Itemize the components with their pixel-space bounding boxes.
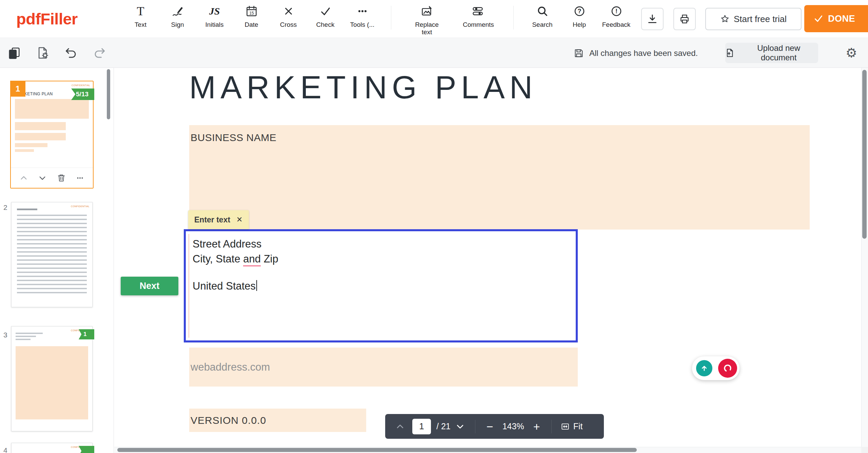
start-free-trial-label: Start free trial — [734, 14, 787, 24]
tool-date[interactable]: 15 Date — [233, 4, 270, 28]
done-label: DONE — [828, 14, 855, 24]
document-settings-button[interactable] — [36, 45, 51, 60]
download-button[interactable] — [641, 8, 664, 30]
zoom-level: 143% — [502, 421, 524, 431]
start-free-trial-button[interactable]: Start free trial — [705, 8, 802, 30]
thumb-content-block — [15, 133, 66, 140]
replace-text-icon — [421, 5, 433, 17]
tool-initials[interactable]: JS Initials — [196, 4, 233, 28]
tool-text[interactable]: T Text — [122, 4, 159, 28]
thumbnail-controls — [11, 168, 93, 188]
more-options-icon — [76, 174, 84, 182]
star-icon — [720, 14, 730, 24]
move-page-down-button[interactable] — [36, 171, 49, 185]
thumb-content-block — [15, 149, 34, 152]
zoom-out-button[interactable]: − — [484, 421, 496, 432]
thumb-content-line — [17, 209, 37, 210]
tool-sign[interactable]: Sign — [159, 4, 196, 28]
page-4-fields-ribbon — [79, 446, 94, 453]
tool-cross-label: Cross — [280, 21, 297, 28]
tool-feedback[interactable]: ! Feedback — [598, 4, 635, 28]
business-name-field[interactable]: BUSINESS NAME — [189, 125, 810, 230]
upload-new-document-label: Upload new document — [739, 43, 818, 62]
panel-scrollbar-thumb[interactable] — [107, 69, 110, 119]
undo-icon — [65, 47, 77, 59]
toolbar-separator — [513, 6, 514, 29]
print-button[interactable] — [673, 8, 696, 30]
top-toolbar: pdfFiller T Text Sign JS Initials — [0, 0, 868, 38]
address-blank-line — [193, 267, 278, 279]
address-text-field-selected[interactable]: Street Address City, State and Zip Unite… — [184, 229, 578, 342]
pager-divider — [551, 420, 552, 433]
version-text: VERSION 0.0.0 — [191, 415, 266, 426]
thumb-content-line — [16, 339, 31, 340]
tool-replace-text[interactable]: Replace text — [401, 4, 452, 36]
close-icon[interactable]: ✕ — [236, 215, 242, 224]
page-more-options-button[interactable] — [73, 171, 87, 185]
field-tooltip-label: Enter text — [194, 215, 230, 224]
trash-icon — [57, 174, 66, 182]
settings-gear-button[interactable]: ⚙ — [843, 45, 860, 60]
tool-tools-label: Tools (... — [350, 21, 375, 28]
web-address-field[interactable]: webaddress.com — [189, 348, 578, 387]
address-text[interactable]: Street Address City, State and Zip Unite… — [193, 237, 278, 294]
page-thumbnails-button[interactable] — [7, 45, 22, 60]
undo-button[interactable] — [63, 45, 78, 60]
done-button[interactable]: DONE — [804, 5, 868, 32]
next-field-button[interactable]: Next — [121, 277, 178, 295]
tool-text-label: Text — [135, 21, 146, 28]
thumbnail-page-2[interactable]: CONFIDENTIAL — [11, 202, 93, 307]
horizontal-scrollbar-thumb[interactable] — [117, 448, 637, 452]
upload-new-document-button[interactable]: Upload new document — [725, 43, 818, 63]
initials-tool-icon: JS — [209, 6, 220, 16]
toolbar-tools: T Text Sign JS Initials — [122, 0, 635, 38]
text-cursor — [256, 280, 257, 291]
delete-page-button[interactable] — [55, 171, 68, 185]
document-canvas: MARKETING PLAN BUSINESS NAME Enter text … — [114, 68, 861, 447]
calendar-icon: 15 — [245, 5, 258, 17]
tool-check[interactable]: Check — [307, 4, 344, 28]
pager-divider — [475, 420, 475, 433]
page-toolbar: / 21 − 143% + Fit — [385, 414, 604, 439]
fit-button[interactable]: Fit — [560, 421, 583, 431]
address-line-2: City, State and Zip — [193, 252, 278, 267]
signature-pen-icon — [172, 5, 184, 17]
tool-cross[interactable]: Cross — [270, 4, 307, 28]
gear-icon: ⚙ — [846, 45, 857, 60]
document-gear-icon — [37, 46, 50, 59]
tool-search[interactable]: Search — [524, 4, 561, 28]
tool-tools-more[interactable]: Tools (... — [344, 4, 381, 28]
field-tooltip: Enter text ✕ — [188, 210, 249, 229]
page-number-input[interactable] — [412, 419, 431, 434]
tool-check-label: Check — [316, 21, 335, 28]
svg-text:15: 15 — [249, 11, 254, 16]
redo-button[interactable] — [92, 45, 107, 60]
ring-mark-icon — [722, 362, 733, 374]
previous-page-button[interactable] — [394, 420, 406, 433]
tool-help-label: Help — [573, 21, 586, 28]
next-page-button[interactable] — [454, 420, 466, 433]
thumbnail-page-3[interactable]: 1 CONFIDENTIAL — [11, 326, 93, 431]
thumb-confidential-label: CONFIDENTIAL — [72, 84, 90, 86]
thumbnail-page-1-selected[interactable]: 1 5/13 CONFIDENTIAL MARKETING PLAN — [10, 81, 94, 189]
feedback-icon: ! — [610, 5, 623, 17]
zoom-in-button[interactable]: + — [531, 421, 542, 432]
business-name-text: BUSINESS NAME — [191, 132, 276, 143]
pdffiller-logo[interactable]: pdfFiller — [16, 0, 78, 38]
thumbnail-page-4[interactable]: CONFIDENTIAL — [11, 443, 93, 453]
tool-comments[interactable]: Comments — [452, 4, 503, 28]
version-field[interactable]: VERSION 0.0.0 — [189, 409, 366, 432]
widget-up-button[interactable] — [696, 360, 712, 376]
help-icon: ? — [573, 5, 586, 17]
thumb-content-block — [15, 99, 89, 119]
page-2-number: 2 — [3, 203, 7, 212]
vertical-scrollbar-thumb[interactable] — [862, 70, 867, 239]
tool-search-label: Search — [532, 21, 552, 28]
scrollbar-corner — [861, 447, 868, 453]
thumbnails-panel: 1 5/13 CONFIDENTIAL MARKETING PLAN — [0, 68, 114, 453]
widget-launcher-button[interactable] — [718, 359, 737, 378]
tool-help[interactable]: ? Help — [561, 4, 598, 28]
page-total-label: / 21 — [436, 421, 451, 431]
tool-initials-label: Initials — [205, 21, 224, 28]
move-page-up-button[interactable] — [17, 171, 31, 185]
